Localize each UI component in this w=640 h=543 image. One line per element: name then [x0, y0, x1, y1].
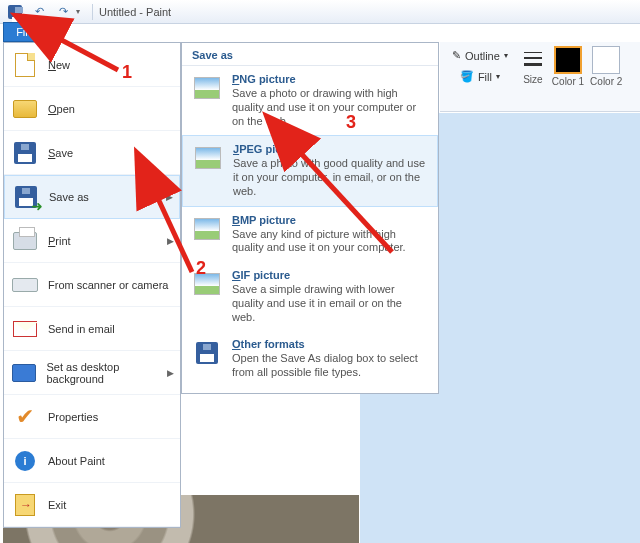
- pencil-icon: ✎: [452, 49, 461, 62]
- color1-label: Color 1: [552, 76, 584, 87]
- exit-icon: [15, 494, 35, 516]
- chevron-down-icon: ▾: [496, 72, 500, 81]
- save-as-gif[interactable]: GIF pictureSave a simple drawing with lo…: [182, 262, 438, 331]
- item-title: BMP picture: [232, 214, 428, 226]
- submenu-header: Save as: [182, 43, 438, 66]
- picture-icon: [195, 147, 221, 169]
- save-as-other[interactable]: Other formatsOpen the Save As dialog box…: [182, 331, 438, 387]
- picture-icon: [194, 77, 220, 99]
- floppy-icon: [196, 342, 218, 364]
- chevron-right-icon: ▶: [167, 368, 174, 378]
- chevron-right-icon: ▶: [167, 236, 174, 246]
- menu-label: Send in email: [48, 323, 115, 335]
- color2-swatch[interactable]: [592, 46, 620, 74]
- file-menu-open[interactable]: Open: [4, 87, 180, 131]
- file-menu-save-as[interactable]: ➜Save as▶: [4, 175, 180, 219]
- bucket-icon: 🪣: [460, 70, 474, 83]
- item-title: GIF picture: [232, 269, 428, 281]
- annotation-1: 1: [122, 62, 132, 83]
- menu-label: Print: [48, 235, 71, 247]
- size-button[interactable]: [520, 46, 546, 72]
- color2-label: Color 2: [590, 76, 622, 87]
- item-title: Other formats: [232, 338, 428, 350]
- annotation-3: 3: [346, 112, 356, 133]
- save-as-png[interactable]: PNG pictureSave a photo or drawing with …: [182, 66, 438, 135]
- annotation-2: 2: [196, 258, 206, 279]
- arrow-icon: ➜: [31, 198, 43, 214]
- file-menu-scanner[interactable]: From scanner or camera: [4, 263, 180, 307]
- document-icon: [15, 53, 35, 77]
- file-menu-print[interactable]: Print▶: [4, 219, 180, 263]
- window-title: Untitled - Paint: [99, 6, 171, 18]
- size-group: Size: [520, 46, 546, 85]
- menu-label: Set as desktop background: [46, 361, 172, 385]
- outline-button[interactable]: ✎Outline▾: [446, 46, 514, 65]
- redo-qat-button[interactable]: ↷: [52, 2, 74, 22]
- separator: [92, 4, 93, 20]
- mail-icon: [13, 321, 37, 337]
- file-menu: New Open Save ➜Save as▶ Print▶ From scan…: [3, 42, 181, 528]
- menu-label: New: [48, 59, 70, 71]
- file-menu-email[interactable]: Send in email: [4, 307, 180, 351]
- item-desc: Save a photo or drawing with high qualit…: [232, 87, 428, 128]
- file-menu-exit[interactable]: Exit: [4, 483, 180, 527]
- size-label: Size: [523, 74, 542, 85]
- menu-label: From scanner or camera: [48, 279, 168, 291]
- item-desc: Save a photo with good quality and use i…: [233, 157, 427, 198]
- item-desc: Save any kind of picture with high quali…: [232, 228, 428, 256]
- item-desc: Open the Save As dialog box to select fr…: [232, 352, 428, 380]
- menu-label: Save as: [49, 191, 89, 203]
- menu-label: Exit: [48, 499, 66, 511]
- info-icon: i: [15, 451, 35, 471]
- chevron-down-icon: ▾: [504, 51, 508, 60]
- color1-swatch[interactable]: [554, 46, 582, 74]
- quick-access-toolbar: ↶ ↷ ▾: [4, 2, 86, 22]
- qat-dropdown[interactable]: ▾: [76, 7, 86, 16]
- item-title: PNG picture: [232, 73, 428, 85]
- file-menu-properties[interactable]: ✔Properties: [4, 395, 180, 439]
- color2-group[interactable]: Color 2: [590, 46, 622, 87]
- chevron-down-icon: ▾: [38, 28, 42, 37]
- title-bar: ↶ ↷ ▾ Untitled - Paint: [0, 0, 640, 24]
- menu-label: About Paint: [48, 455, 105, 467]
- menu-label: Save: [48, 147, 73, 159]
- floppy-icon: [14, 142, 36, 164]
- file-tab-label: File: [16, 26, 34, 38]
- save-qat-button[interactable]: [4, 2, 26, 22]
- folder-icon: [13, 100, 37, 118]
- printer-icon: [13, 232, 37, 250]
- ribbon-fragment: ✎Outline▾ 🪣Fill▾ Size Color 1 Color 2: [440, 42, 640, 112]
- chevron-right-icon: ▶: [166, 192, 173, 202]
- item-title: JPEG picture: [233, 143, 427, 155]
- check-icon: ✔: [16, 404, 34, 430]
- file-menu-about[interactable]: iAbout Paint: [4, 439, 180, 483]
- scanner-icon: [12, 278, 38, 292]
- file-tab[interactable]: File ▾: [3, 22, 55, 42]
- menu-label: Open: [48, 103, 75, 115]
- file-menu-save[interactable]: Save: [4, 131, 180, 175]
- outline-fill-group: ✎Outline▾ 🪣Fill▾: [446, 46, 514, 86]
- outline-label: Outline: [465, 50, 500, 62]
- desktop-icon: [12, 364, 36, 382]
- save-as-bmp[interactable]: BMP pictureSave any kind of picture with…: [182, 207, 438, 263]
- save-as-jpeg[interactable]: JPEG pictureSave a photo with good quali…: [182, 135, 438, 206]
- color1-group[interactable]: Color 1: [552, 46, 584, 87]
- item-desc: Save a simple drawing with lower quality…: [232, 283, 428, 324]
- floppy-icon: [8, 5, 22, 19]
- undo-qat-button[interactable]: ↶: [28, 2, 50, 22]
- menu-label: Properties: [48, 411, 98, 423]
- fill-label: Fill: [478, 71, 492, 83]
- file-menu-new[interactable]: New: [4, 43, 180, 87]
- picture-icon: [194, 218, 220, 240]
- fill-button[interactable]: 🪣Fill▾: [454, 67, 506, 86]
- file-menu-desktop-bg[interactable]: Set as desktop background▶: [4, 351, 180, 395]
- save-as-submenu: Save as PNG pictureSave a photo or drawi…: [181, 42, 439, 394]
